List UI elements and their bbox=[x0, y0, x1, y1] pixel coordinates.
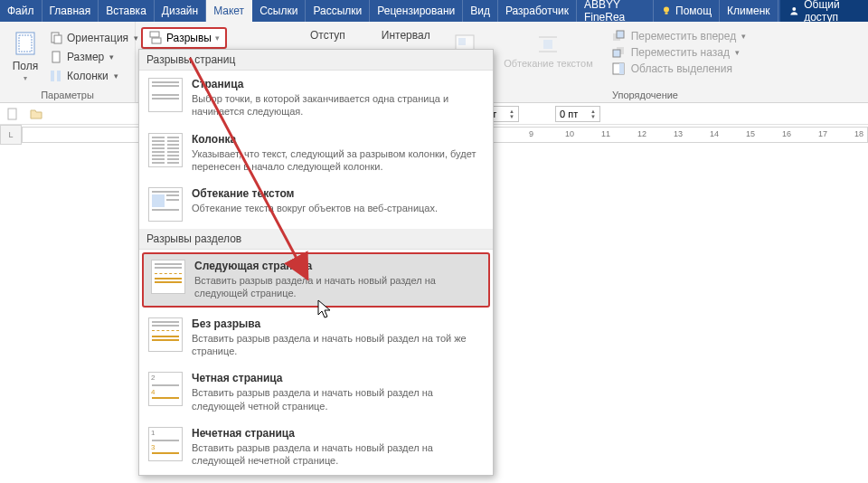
size-button[interactable]: Размер bbox=[45, 48, 142, 66]
svg-rect-9 bbox=[57, 71, 61, 81]
tab-insert[interactable]: Вставка bbox=[99, 0, 155, 22]
break-text-wrap[interactable]: Обтекание текстом Обтекание текста вокру… bbox=[139, 180, 493, 229]
break-continuous-icon bbox=[148, 317, 183, 352]
break-next-page-title: Следующая страница bbox=[194, 260, 481, 272]
break-odd-page-icon: 13 bbox=[148, 427, 183, 461]
break-page[interactable]: Страница Выбор точки, в которой заканчив… bbox=[139, 71, 493, 126]
svg-rect-7 bbox=[52, 52, 60, 62]
break-page-icon bbox=[148, 78, 183, 112]
account-name[interactable]: Клименк bbox=[720, 0, 778, 22]
indent-label: Отступ bbox=[310, 29, 345, 42]
break-next-page-desc: Вставить разрыв раздела и начать новый р… bbox=[194, 274, 481, 300]
columns-button[interactable]: Колонки bbox=[45, 67, 142, 85]
break-page-title: Страница bbox=[192, 78, 484, 90]
breaks-icon bbox=[148, 31, 163, 45]
bring-forward-icon bbox=[611, 29, 626, 43]
selection-pane-icon bbox=[611, 62, 626, 76]
send-backward-icon bbox=[611, 45, 626, 60]
ruler-tick-12: 12 bbox=[637, 129, 646, 138]
wrap-text-button[interactable]: Обтекание текстом bbox=[498, 29, 599, 76]
svg-rect-11 bbox=[152, 38, 161, 43]
break-odd-page[interactable]: 13 Нечетная страница Вставить разрыв раз… bbox=[139, 420, 493, 475]
lightbulb-icon bbox=[661, 5, 672, 16]
ruler-tick-10: 10 bbox=[565, 129, 574, 138]
tab-view[interactable]: Вид bbox=[463, 0, 498, 22]
selection-pane-label: Область выделения bbox=[631, 62, 732, 75]
share-button[interactable]: Общий доступ bbox=[780, 0, 868, 22]
tab-design[interactable]: Дизайн bbox=[155, 0, 206, 22]
svg-rect-6 bbox=[54, 35, 61, 43]
break-text-wrap-desc: Обтекание текста вокруг объектов на веб-… bbox=[192, 202, 484, 214]
section-breaks-section: Разрывы разделов bbox=[139, 229, 493, 250]
tab-layout[interactable]: Макет bbox=[206, 0, 252, 22]
break-next-page-icon bbox=[151, 260, 185, 294]
person-icon bbox=[789, 5, 799, 17]
wrap-text-icon bbox=[536, 33, 560, 56]
svg-rect-1 bbox=[665, 13, 668, 14]
ruler-tick-14: 14 bbox=[710, 129, 719, 138]
break-column-title: Колонка bbox=[192, 133, 484, 146]
tab-file[interactable]: Файл bbox=[0, 0, 42, 22]
bring-forward-button[interactable]: Переместить вперед▾ bbox=[611, 29, 746, 43]
columns-label: Колонки bbox=[67, 70, 108, 82]
break-even-page-title: Четная страница bbox=[192, 372, 484, 384]
break-continuous-desc: Вставить разрыв раздела и начать новый р… bbox=[192, 332, 484, 358]
after-spacing-value: 0 пт bbox=[560, 109, 578, 119]
ruler-tick-9: 9 bbox=[529, 129, 533, 138]
svg-point-0 bbox=[664, 7, 669, 13]
tab-home[interactable]: Главная bbox=[42, 0, 99, 22]
margins-button[interactable]: Поля ▾ bbox=[5, 25, 45, 86]
after-spacing-spinner[interactable]: 0 пт▲▼ bbox=[555, 106, 600, 122]
break-continuous-title: Без разрыва bbox=[192, 317, 484, 330]
size-icon bbox=[49, 50, 63, 64]
size-label: Размер bbox=[67, 51, 104, 63]
break-column[interactable]: Колонка Указывает, что текст, следующий … bbox=[139, 126, 493, 181]
tab-tell-me[interactable]: Помощ bbox=[654, 0, 720, 22]
break-page-desc: Выбор точки, в которой заканчивается одн… bbox=[192, 92, 484, 118]
ruler-tick-15: 15 bbox=[746, 129, 755, 138]
svg-point-2 bbox=[792, 7, 796, 11]
ribbon-tabs: Файл Главная Вставка Дизайн Макет Ссылки… bbox=[0, 0, 868, 22]
margins-icon bbox=[11, 29, 40, 58]
send-backward-label: Переместить назад bbox=[631, 46, 730, 59]
page-setup-group-label: Параметры bbox=[0, 90, 135, 100]
send-backward-button[interactable]: Переместить назад▾ bbox=[611, 45, 746, 60]
ruler-tick-11: 11 bbox=[601, 129, 610, 138]
orientation-icon bbox=[49, 31, 63, 45]
bring-forward-label: Переместить вперед bbox=[631, 30, 736, 43]
svg-rect-18 bbox=[617, 31, 624, 38]
break-even-page-icon: 24 bbox=[148, 372, 183, 406]
new-doc-icon[interactable] bbox=[5, 107, 20, 121]
selection-pane-button[interactable]: Область выделения bbox=[611, 62, 746, 76]
svg-rect-22 bbox=[619, 63, 624, 74]
break-next-page[interactable]: Следующая страница Вставить разрыв разде… bbox=[142, 252, 490, 308]
tab-developer[interactable]: Разработчик bbox=[498, 0, 577, 22]
share-label: Общий доступ bbox=[804, 0, 859, 24]
svg-rect-23 bbox=[8, 109, 16, 119]
svg-rect-13 bbox=[458, 38, 466, 45]
break-even-page-desc: Вставить разрыв раздела и начать новый р… bbox=[192, 386, 484, 412]
break-odd-page-title: Нечетная страница bbox=[192, 427, 484, 440]
break-odd-page-desc: Вставить разрыв раздела и начать новый р… bbox=[192, 441, 484, 468]
orientation-button[interactable]: Ориентация bbox=[45, 29, 142, 47]
break-column-desc: Указывает, что текст, следующий за разры… bbox=[192, 147, 484, 174]
open-folder-icon[interactable] bbox=[29, 107, 43, 121]
tell-me-label: Помощ bbox=[675, 5, 712, 17]
ruler-tick-18: 18 bbox=[854, 129, 863, 138]
breaks-label: Разрывы bbox=[166, 32, 212, 44]
tab-references[interactable]: Ссылки bbox=[252, 0, 306, 22]
margins-label: Поля bbox=[13, 60, 39, 72]
columns-icon bbox=[49, 69, 63, 83]
orientation-label: Ориентация bbox=[67, 32, 128, 44]
svg-rect-14 bbox=[543, 40, 552, 49]
tab-abbyy[interactable]: ABBYY FineRea bbox=[577, 0, 654, 22]
ruler-corner[interactable]: L bbox=[0, 125, 22, 145]
break-continuous[interactable]: Без разрыва Вставить разрыв раздела и на… bbox=[139, 310, 493, 365]
breaks-button[interactable]: Разрывы ▾ bbox=[141, 27, 227, 49]
break-even-page[interactable]: 24 Четная страница Вставить разрыв разде… bbox=[139, 365, 493, 420]
tab-review[interactable]: Рецензировани bbox=[370, 0, 463, 22]
tab-mailings[interactable]: Рассылки bbox=[306, 0, 370, 22]
breaks-dropdown: Разрывы страниц Страница Выбор точки, в … bbox=[138, 49, 494, 476]
svg-rect-10 bbox=[150, 32, 159, 37]
wrap-text-label: Обтекание текстом bbox=[504, 58, 593, 69]
